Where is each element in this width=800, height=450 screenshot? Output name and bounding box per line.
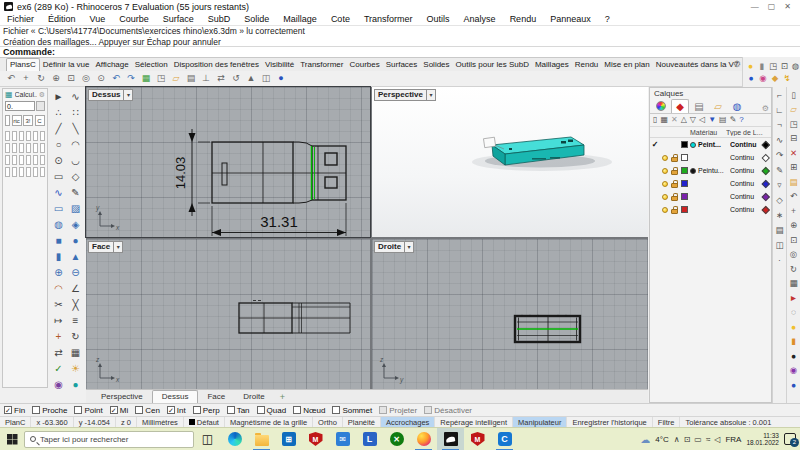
save-file-icon[interactable]: ◳ xyxy=(788,118,800,130)
viewport-face-title[interactable]: Face ▾ xyxy=(88,241,123,253)
calculator-key[interactable] xyxy=(5,131,10,141)
delete-icon[interactable]: ✕ xyxy=(788,147,800,159)
zoom-brackets-icon[interactable]: ⊡ xyxy=(780,61,789,72)
ribbon-tab-nouveautsdanslav7[interactable]: Nouveautés dans la V7 xyxy=(653,59,742,71)
taskbar-app-file-explorer[interactable] xyxy=(248,428,275,450)
tool-check[interactable]: ✓ xyxy=(51,361,66,375)
tool-bool-diff[interactable]: ⊖ xyxy=(68,265,83,279)
color-wheel-icon[interactable]: ◉ xyxy=(788,365,800,377)
diamond-icon[interactable]: ◇ xyxy=(774,194,786,206)
layer-row[interactable]: Continu xyxy=(650,190,771,203)
tray-icon-1[interactable]: ⊡ xyxy=(684,435,691,444)
tool-sketch[interactable]: ✎ xyxy=(68,185,83,199)
arc-arrow-icon[interactable]: ↷ xyxy=(774,149,786,161)
calculator-key[interactable] xyxy=(19,167,24,177)
layer-material-cell[interactable]: Peintu... xyxy=(690,167,730,174)
menu-item-panneaux[interactable]: Panneaux xyxy=(543,14,598,24)
ribbon-tab-slection[interactable]: Sélection xyxy=(132,59,171,71)
tool-arc[interactable]: ◠ xyxy=(68,137,83,151)
layer-print-color-cell[interactable] xyxy=(761,207,771,213)
gold-diamond-icon[interactable]: ◆ xyxy=(770,73,780,84)
red-arrow-icon[interactable]: ► xyxy=(788,292,800,304)
language-indicator[interactable]: FRA xyxy=(725,435,741,444)
menu-item-subd[interactable]: SubD xyxy=(201,14,238,24)
layer-color-swatch[interactable] xyxy=(679,206,690,213)
ribbon-tab-courbes[interactable]: Courbes xyxy=(346,59,382,71)
tool-conic[interactable]: ◡ xyxy=(68,153,83,167)
tool-cone[interactable]: ▲ xyxy=(68,249,83,263)
taskbar-app-app-c[interactable]: C xyxy=(491,428,518,450)
undo-icon[interactable]: ↶ xyxy=(788,191,800,203)
menu-item-outils[interactable]: Outils xyxy=(420,14,457,24)
taskbar-app-mail[interactable]: ✉ xyxy=(329,428,356,450)
tool-mirror[interactable]: ⇄ xyxy=(51,345,66,359)
copy-icon[interactable]: ⊞ xyxy=(788,162,800,174)
calculator-key[interactable] xyxy=(12,155,17,165)
layer-linetype-cell[interactable]: Continu xyxy=(730,167,761,174)
color-wheel-icon[interactable]: ◉ xyxy=(758,73,768,84)
tool-trim[interactable]: ✂ xyxy=(51,297,66,311)
tool-polyline[interactable]: ╱ xyxy=(51,121,66,135)
lock-icon[interactable]: ▮ xyxy=(788,336,800,348)
mirror-icon[interactable]: ◫ xyxy=(259,72,273,85)
calculator-key[interactable] xyxy=(12,131,17,141)
tool-bool-union[interactable]: ⊕ xyxy=(51,265,66,279)
curve-wave-icon[interactable]: ∿ xyxy=(774,134,786,146)
tool-polygon[interactable]: ◇ xyxy=(68,169,83,183)
tool-line[interactable]: ╲ xyxy=(68,121,83,135)
taskbar-app-mcafee[interactable]: M xyxy=(302,428,329,450)
point-icon[interactable]: ● xyxy=(788,350,800,362)
collapse-icon[interactable]: ◁ xyxy=(699,114,705,126)
tray-icon-3[interactable]: ≈ xyxy=(706,435,710,444)
layer-row[interactable]: Continu xyxy=(650,203,771,216)
ribbon-tab-solides[interactable]: Solides xyxy=(420,59,452,71)
status-ortho[interactable]: Ortho xyxy=(313,417,343,427)
calculator-key[interactable] xyxy=(40,167,45,177)
layer-visibility-toggle[interactable] xyxy=(660,207,669,213)
status-manipulateur[interactable]: Manipulateur xyxy=(513,417,567,427)
zoom-window-icon[interactable]: ⊡ xyxy=(64,72,78,85)
rotate-view-icon[interactable]: ↻ xyxy=(34,72,48,85)
menu-item-maillage[interactable]: Maillage xyxy=(276,14,324,24)
status-accrochages[interactable]: Accrochages xyxy=(381,417,435,427)
calculator-key[interactable] xyxy=(5,167,10,177)
layer-color-swatch[interactable] xyxy=(679,167,690,174)
osnap-dsactiver[interactable]: Désactiver xyxy=(424,406,472,415)
menu-item-cote[interactable]: Cote xyxy=(324,14,357,24)
layer-color-swatch[interactable] xyxy=(679,193,690,200)
menu-item-rendu[interactable]: Rendu xyxy=(503,14,544,24)
ribbon-tab-miseenplan[interactable]: Mise en plan xyxy=(601,59,652,71)
tool-sphere[interactable]: ● xyxy=(68,233,83,247)
ribbon-tab-visibilit[interactable]: Visibilité xyxy=(262,59,297,71)
hide-icon[interactable]: ◌ xyxy=(788,307,800,319)
osnap-tan[interactable]: Tan xyxy=(227,406,250,415)
layer-color-swatch[interactable] xyxy=(679,180,690,187)
tool-sweep[interactable]: ◈ xyxy=(68,217,83,231)
tool-array[interactable]: ▦ xyxy=(68,345,83,359)
taskbar-app-edge[interactable] xyxy=(221,428,248,450)
calculator-key[interactable] xyxy=(40,131,45,141)
osnap-nud[interactable]: Nœud xyxy=(293,406,325,415)
status-millimtres[interactable]: Millimètres xyxy=(137,417,184,427)
tool-ellipse[interactable]: ⊙ xyxy=(51,153,66,167)
status-z0[interactable]: z 0 xyxy=(116,417,137,427)
layer-lock-toggle[interactable] xyxy=(669,206,679,214)
menu-item-courbe[interactable]: Courbe xyxy=(112,14,156,24)
calculator-key[interactable] xyxy=(19,131,24,141)
menu-item-dition[interactable]: Édition xyxy=(41,14,83,24)
layer-linetype-cell[interactable]: Continu xyxy=(730,141,761,148)
calculator-key[interactable] xyxy=(5,143,10,153)
status-y14054[interactable]: y -14.054 xyxy=(74,417,116,427)
named-cplane-icon[interactable]: ▤ xyxy=(184,72,198,85)
web-tab[interactable]: ◍ xyxy=(728,99,746,113)
status-filtre[interactable]: Filtre xyxy=(653,417,681,427)
save-icon[interactable]: ◳ xyxy=(768,61,777,72)
duplicate-layer-icon[interactable]: ▦ xyxy=(660,114,668,126)
layer-print-color-cell[interactable] xyxy=(761,181,771,187)
tool-rectangle[interactable]: ▭ xyxy=(51,169,66,183)
osnap-mi[interactable]: ✓Mi xyxy=(110,406,128,415)
new-file-icon[interactable]: ▯ xyxy=(788,89,800,101)
status-reprageintelligent[interactable]: Repérage intelligent xyxy=(435,417,513,427)
taskbar-search[interactable]: Taper ici pour rechercher xyxy=(24,431,194,448)
tool-fillet[interactable]: ◠ xyxy=(51,281,66,295)
